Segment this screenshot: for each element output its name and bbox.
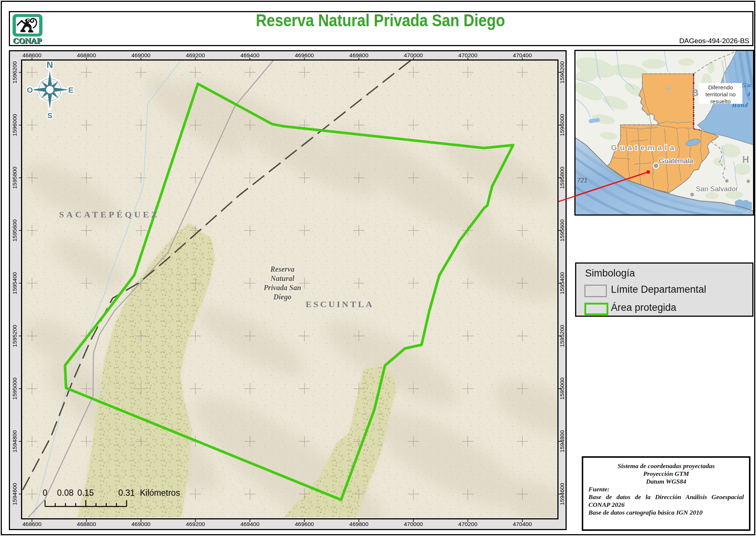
svg-text:Guatemala: Guatemala [659, 157, 693, 165]
svg-text:1595600: 1595600 [11, 219, 18, 242]
svg-text:469400: 469400 [240, 52, 260, 58]
svg-text:468800: 468800 [77, 52, 96, 58]
svg-text:Guatemala: Guatemala [611, 143, 677, 152]
svg-text:1596200: 1596200 [11, 61, 18, 83]
svg-text:468600: 468600 [23, 52, 42, 58]
svg-text:1595800: 1595800 [11, 166, 18, 189]
svg-text:1594600: 1594600 [11, 483, 18, 505]
svg-text:d: d [748, 92, 750, 97]
svg-text:469200: 469200 [186, 52, 205, 58]
svg-text:470200: 470200 [458, 52, 478, 58]
svg-text:resuelto: resuelto [710, 98, 731, 104]
svg-text:469800: 469800 [349, 52, 368, 58]
svg-text:469000: 469000 [131, 52, 151, 58]
svg-text:1595400: 1595400 [11, 272, 18, 295]
svg-text:San Salvador: San Salvador [696, 185, 738, 193]
svg-text:Gu: Gu [742, 82, 752, 89]
svg-text:721: 721 [577, 177, 587, 184]
svg-text:B: B [692, 87, 698, 98]
svg-text:1596000: 1596000 [11, 114, 18, 136]
svg-text:1595200: 1595200 [11, 324, 18, 347]
svg-text:1594800: 1594800 [11, 430, 18, 453]
svg-text:territorial no: territorial no [705, 91, 736, 97]
svg-text:1595000: 1595000 [11, 377, 18, 400]
svg-text:470000: 470000 [404, 52, 423, 58]
svg-text:Diferendo: Diferendo [708, 84, 733, 90]
svg-text:H o: H o [742, 154, 753, 165]
svg-text:469600: 469600 [295, 52, 314, 58]
svg-text:470400: 470400 [513, 52, 532, 58]
